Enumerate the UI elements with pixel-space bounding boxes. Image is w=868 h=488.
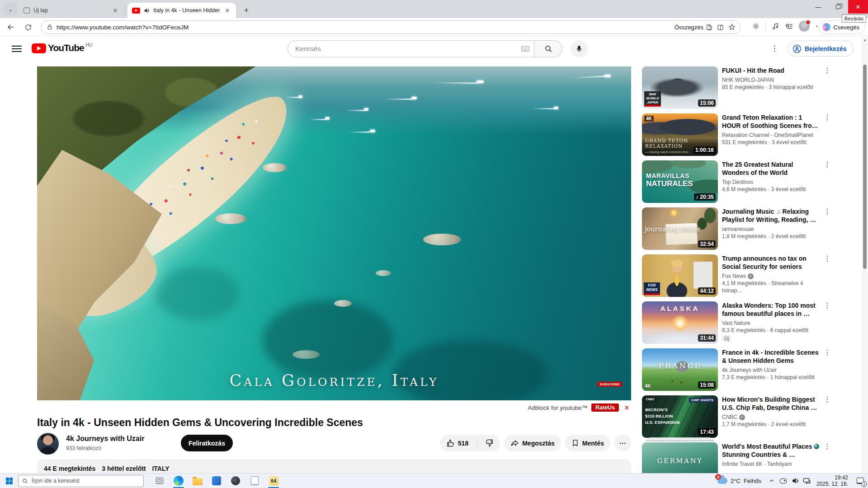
tab-close-icon[interactable]: ✕ xyxy=(223,6,231,14)
taskbar-edge-button[interactable] xyxy=(169,474,188,488)
video-kebab-icon[interactable]: ⋮ xyxy=(824,348,831,357)
video-thumbnail[interactable]: GRAND TETON RELAXATION— relaxing nature … xyxy=(642,113,718,156)
taskbar-clock[interactable]: 19:42 2025. 12. 16. xyxy=(813,474,853,487)
adblock-close-icon[interactable]: ✕ xyxy=(623,404,631,411)
video-title[interactable]: World's Most Beautiful Places Stunning C… xyxy=(722,442,821,459)
channel-name[interactable]: Top Destinos xyxy=(722,178,821,186)
video-kebab-icon[interactable]: ⋮ xyxy=(824,395,831,404)
video-kebab-icon[interactable]: ⋮ xyxy=(824,442,831,450)
refresh-button[interactable] xyxy=(22,21,34,33)
video-title[interactable]: Journaling Music ♫ Relaxing Playlist for… xyxy=(722,207,821,224)
favorite-star-icon[interactable] xyxy=(728,23,736,31)
taskbar-app-64-button[interactable]: 64 xyxy=(264,474,283,488)
list-item[interactable]: ALASKA31:44Alaska Wonders: Top 100 most … xyxy=(642,301,831,344)
list-item[interactable]: GRAND TETON RELAXATION— relaxing nature … xyxy=(642,113,831,156)
voice-search-button[interactable] xyxy=(571,40,588,57)
more-actions-icon[interactable]: ⋯ xyxy=(614,435,631,451)
browser-tab-newtab[interactable]: Új lap ✕ xyxy=(19,3,124,18)
channel-name[interactable]: 4k Journeys with Uzair xyxy=(66,435,144,443)
share-button[interactable]: Megosztás xyxy=(504,435,561,451)
scrollbar-up-icon[interactable]: ▲ xyxy=(863,38,867,42)
subscribe-button[interactable]: Feliratkozás xyxy=(181,435,233,451)
header-kebab-icon[interactable]: ⋮ xyxy=(769,44,779,55)
video-kebab-icon[interactable]: ⋮ xyxy=(824,113,831,122)
video-title[interactable]: Trump announces no tax on Social Securit… xyxy=(722,254,821,271)
list-item[interactable]: FRANCE4K15:08France in 4k - Incredible S… xyxy=(642,348,831,391)
channel-name[interactable]: 4k Journeys with Uzair xyxy=(722,366,821,374)
browser-tab-youtube[interactable]: Italy in 4k - Unseen Hidden Ge ✕ xyxy=(127,3,236,18)
video-kebab-icon[interactable]: ⋮ xyxy=(824,160,831,169)
video-thumbnail[interactable]: MARAVILLASNATURALES♪ 20:35 xyxy=(642,160,718,203)
volume-button[interactable] xyxy=(789,474,801,488)
subscribe-watermark[interactable]: SUBSCRIBE xyxy=(597,382,622,387)
list-item[interactable]: NHK WORLD JAPAN15:06FUKUI - Hit the Road… xyxy=(642,66,831,109)
address-bar[interactable]: https://www.youtube.com/watch?v=7tIdOFec… xyxy=(41,20,741,34)
profile-avatar[interactable] xyxy=(799,21,810,32)
scrollbar-thumb[interactable] xyxy=(863,65,867,269)
keyboard-icon[interactable] xyxy=(521,46,529,52)
video-title[interactable]: The 25 Greatest Natural Wonders of the W… xyxy=(722,160,821,177)
save-button[interactable]: Mentés xyxy=(565,435,610,451)
channel-avatar[interactable] xyxy=(37,433,59,455)
taskbar-app-dark-button[interactable] xyxy=(226,474,245,488)
channel-name[interactable]: NHK WORLD-JAPAN xyxy=(722,76,821,84)
search-input[interactable] xyxy=(295,45,521,53)
menu-hamburger-icon[interactable] xyxy=(12,44,22,54)
list-item[interactable]: MARAVILLASNATURALES♪ 20:35The 25 Greates… xyxy=(642,160,831,203)
window-close-button[interactable]: ✕ xyxy=(848,0,868,14)
youtube-logo[interactable]: YouTube HU xyxy=(32,42,92,53)
video-thumbnail[interactable]: ALASKA31:44 xyxy=(642,301,718,344)
tab-list-chevron-icon[interactable]: ⌄ xyxy=(4,3,17,15)
task-view-button[interactable] xyxy=(150,474,169,488)
start-button[interactable] xyxy=(0,474,18,488)
taskbar-search-box[interactable]: Írjon ide a keresést xyxy=(18,475,144,487)
window-minimize-button[interactable]: — xyxy=(808,0,828,14)
network-button[interactable] xyxy=(801,474,813,488)
weather-widget[interactable]: 3 2°C Felhős xyxy=(713,478,766,484)
list-item[interactable]: journaling music32:54Journaling Music ♫ … xyxy=(642,207,831,250)
tab-close-icon[interactable]: ✕ xyxy=(111,6,119,14)
media-playing-icon[interactable] xyxy=(772,23,779,30)
channel-name[interactable]: Vast Nature xyxy=(722,319,821,327)
video-thumbnail[interactable]: GERMANY xyxy=(642,442,718,473)
signin-button[interactable]: Bejelentkezés xyxy=(788,41,854,56)
channel-name[interactable]: iamvanessae xyxy=(722,225,821,233)
summary-button[interactable]: Összegzés xyxy=(675,24,712,31)
video-title[interactable]: France in 4k - Incredible Scenes & Unsee… xyxy=(722,348,821,365)
dislike-button[interactable] xyxy=(481,435,500,451)
video-kebab-icon[interactable]: ⋮ xyxy=(824,66,831,75)
list-item[interactable]: FOX NEWS44:12Trump announces no tax on S… xyxy=(642,254,831,297)
notification-center-button[interactable]: 1 xyxy=(853,474,868,488)
video-title[interactable]: FUKUI - Hit the Road xyxy=(722,66,821,75)
channel-name[interactable]: Infinite Travel 8K · Tanfolyam xyxy=(722,460,821,468)
channel-name[interactable]: Relaxation Channel - OneSmallPlanet xyxy=(722,131,821,139)
window-restore-button[interactable] xyxy=(828,0,848,14)
like-button[interactable]: 518 xyxy=(440,435,474,451)
video-title[interactable]: Alaska Wonders: Top 100 most famous beau… xyxy=(722,301,821,318)
video-player[interactable]: Cala Goloritze, Italy SUBSCRIBE xyxy=(37,66,631,400)
back-button[interactable] xyxy=(5,21,17,33)
video-thumbnail[interactable]: NHK WORLD JAPAN15:06 xyxy=(642,66,718,109)
video-title[interactable]: How Micron's Building Biggest U.S. Chip … xyxy=(722,395,821,412)
new-tab-button[interactable]: + xyxy=(241,5,252,16)
search-button[interactable] xyxy=(534,40,562,57)
split-screen-icon[interactable] xyxy=(717,24,724,31)
search-box[interactable] xyxy=(288,40,534,57)
video-kebab-icon[interactable]: ⋮ xyxy=(824,301,831,310)
channel-name[interactable]: CNBC✓ xyxy=(722,413,821,421)
video-thumbnail[interactable]: FOX NEWS44:12 xyxy=(642,254,718,297)
cast-button[interactable] xyxy=(778,474,789,488)
video-title[interactable]: Grand Teton Relaxation : 1 HOUR of Sooth… xyxy=(722,113,821,130)
video-thumbnail[interactable]: MICRON'S$115 BILLIONU.S. EXPANSIONCNBCCH… xyxy=(642,395,718,438)
video-thumbnail[interactable]: FRANCE4K15:08 xyxy=(642,348,718,391)
taskbar-app-doc-button[interactable] xyxy=(245,474,264,488)
list-item[interactable]: GERMANYWorld's Most Beautiful Places Stu… xyxy=(642,442,831,473)
video-kebab-icon[interactable]: ⋮ xyxy=(824,207,831,216)
taskbar-explorer-button[interactable] xyxy=(188,474,207,488)
video-thumbnail[interactable]: journaling music32:54 xyxy=(642,207,718,250)
channel-name[interactable]: Fox News✓ xyxy=(722,272,821,280)
video-kebab-icon[interactable]: ⋮ xyxy=(824,254,831,263)
tray-chevron-button[interactable] xyxy=(766,474,778,488)
rateus-button[interactable]: RateUs xyxy=(591,404,619,412)
taskbar-app-blue-button[interactable] xyxy=(207,474,226,488)
